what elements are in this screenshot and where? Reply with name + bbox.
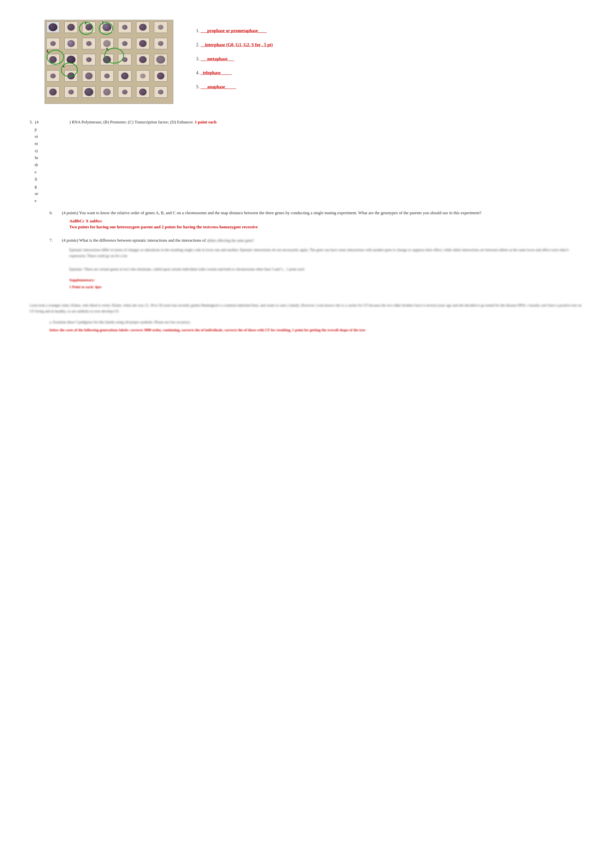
answer-item-5: ___anaphase_____ (201, 84, 273, 90)
q6-text: (4 points) You want to know the relative… (62, 209, 482, 217)
q8-sub-a-answer: below the costs of the following generat… (50, 327, 584, 333)
answer-3-text: ___metaphase___ (201, 56, 234, 61)
answer-item-4: _telophase_____ (201, 69, 273, 76)
q6-answer2: Two points for having one heterozygote p… (69, 225, 584, 229)
question-7-block: 7. (4 points) What is the difference bet… (50, 237, 584, 290)
q6-answer1: AaBbCc X aabbcc (69, 219, 584, 224)
answer-item-2: __interphase (G0, G1, G2, S for . 5 pt) (201, 41, 273, 48)
q7-num: 7. (50, 237, 59, 244)
q5-left-column: 5. (4 p oi nt s) In th e fi g ur e (30, 119, 69, 205)
answer-item-1: ___prophase or prometaphase____ (201, 27, 273, 34)
microscope-image: 1. 2 3. 4. 5. (45, 20, 173, 104)
answer-1-text: ___prophase or prometaphase____ (201, 28, 267, 33)
mitosis-answers: ___prophase or prometaphase____ __interp… (193, 22, 273, 104)
q8-text: Leon took a younger sister, Elaine, who … (30, 302, 584, 314)
q5-text: ) RNA Polymerase; (B) Promoter; (C) Tran… (69, 120, 195, 124)
answer-item-3: ___metaphase___ (201, 56, 273, 63)
q7-text: (4 points) What is the difference betwee… (62, 237, 254, 244)
q5-points: 1 point each (195, 120, 217, 124)
q5-right-column: ) RNA Polymerase; (B) Promoter; (C) Tran… (69, 119, 584, 205)
q7-blurred-answer2: Epistatic: There are certain genes in lo… (69, 266, 584, 272)
q7-blurred-answer: Epistatic interactions differ in terms o… (69, 247, 584, 259)
question-6-block: 6. (4 points) You want to know the relat… (50, 209, 584, 229)
answer-2-text: __interphase (G0, G1, G2, S for . 5 pt) (201, 42, 273, 47)
question-5-block: 5. (4 p oi nt s) In th e fi g ur e ) RNA… (30, 119, 584, 205)
q7-blurred-red2: 1 Point to each: 4pts (69, 284, 584, 290)
answer-4-text: _telophase_____ (201, 70, 232, 75)
q8-sub-a: a. Examine these 5 pedigrees for this fa… (50, 319, 584, 333)
answer-5-text: ___anaphase_____ (201, 84, 236, 89)
main-content: 5. (4 p oi nt s) In th e fi g ur e ) RNA… (30, 119, 584, 333)
q6-line: 6. (4 points) You want to know the relat… (50, 209, 584, 217)
q7-blurred-red1: Supplementary: (69, 277, 584, 283)
q7-answer-block: Epistatic interactions differ in terms o… (69, 247, 584, 290)
q7-line: 7. (4 points) What is the difference bet… (50, 237, 584, 244)
q8-sub-a-text: a. Examine these 5 pedigrees for this fa… (50, 319, 584, 325)
q6-num: 6. (50, 209, 59, 217)
top-section: 1. 2 3. 4. 5. ___prophase or prometaphas… (45, 20, 584, 104)
question-8-block: Leon took a younger sister, Elaine, who … (30, 302, 584, 333)
